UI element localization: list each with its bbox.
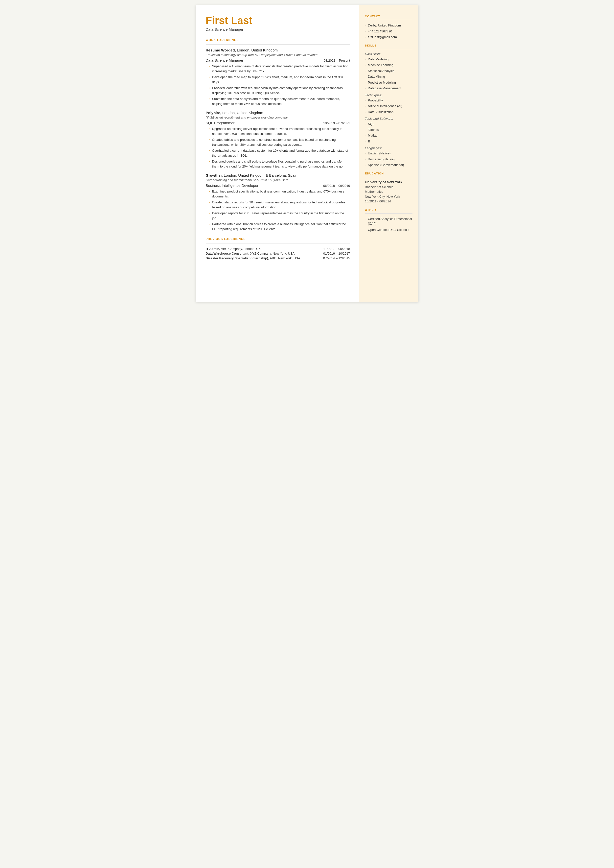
prev-exp-left: Disaster Recovery Specialist (Internship… <box>206 256 300 260</box>
hard-skills-list: Data ModelingMachine LearningStatistical… <box>365 57 412 91</box>
bullet-item: Supervised a 15-man team of data scienti… <box>209 64 350 73</box>
bullet-item: Provided leadership with real-time visib… <box>209 85 350 95</box>
job-row: Data Science Manager08/2021 – Present <box>206 58 350 62</box>
work-experience-list: Resume Worded, London, United KingdomEdu… <box>206 48 350 231</box>
skills-section-title: SKILLS <box>365 44 412 47</box>
education-list: University of New York Bachelor of Scien… <box>365 180 412 204</box>
hard-skill-item: Statistical Analysis <box>365 68 412 73</box>
technique-item: Probability <box>365 98 412 103</box>
contact-list: Derby, United Kingdom+44 1234567890first… <box>365 23 412 40</box>
job-title: Data Science Manager <box>206 58 243 62</box>
work-experience-section-title: WORK EXPERIENCE <box>206 38 350 42</box>
prev-divider <box>206 243 350 244</box>
hard-skill-item: Predictive Modeling <box>365 80 412 85</box>
resume-container: First Last Data Science Manager WORK EXP… <box>196 5 419 302</box>
edu-location: New York City, New York <box>365 194 412 199</box>
prev-role-bold: Data Warehouse Consultant, <box>206 252 249 255</box>
previous-exp-row: Disaster Recovery Specialist (Internship… <box>206 256 350 260</box>
prev-role-bold: Disaster Recovery Specialist (Internship… <box>206 256 269 260</box>
bullet-item: Overhauled a current database system for… <box>209 148 350 158</box>
prev-exp-dates: 01/2016 – 10/2017 <box>323 252 350 255</box>
company-desc: Career training and membership SaaS with… <box>206 178 350 182</box>
work-block: Resume Worded, London, United KingdomEdu… <box>206 48 350 106</box>
prev-role-bold: IT Admin, <box>206 247 220 251</box>
edu-degree: Bachelor of Science <box>365 185 412 189</box>
bullet-item: Partnered with global branch offices to … <box>209 222 350 231</box>
job-bullets: Examined product specifications, busines… <box>206 189 350 231</box>
technique-item: Data Visualization <box>365 110 412 115</box>
languages-label: Languages: <box>365 146 412 150</box>
bullet-item: Submitted the data analysis and reports … <box>209 96 350 106</box>
contact-item: first.last@gmail.com <box>365 35 412 40</box>
company-desc: Education technology startup with 50+ em… <box>206 53 350 57</box>
candidate-name: First Last <box>206 15 350 26</box>
work-block: Polyhire, London, United KingdomNYSE-lis… <box>206 110 350 169</box>
job-bullets: Supervised a 15-man team of data scienti… <box>206 64 350 106</box>
job-dates: 08/2021 – Present <box>324 59 350 62</box>
hard-skill-item: Machine Learning <box>365 63 412 68</box>
company-name: Growthsi, <box>206 173 223 177</box>
prev-role-rest: ABC Company, London, UK <box>220 247 260 251</box>
company-location: London, United Kingdom <box>236 48 278 52</box>
company-name: Polyhire, <box>206 110 221 115</box>
sidebar: CONTACT Derby, United Kingdom+44 1234567… <box>359 5 419 302</box>
company-header: Growthsi, London, United Kingdom & Barce… <box>206 173 350 178</box>
job-dates: 06/2018 – 09/2019 <box>323 184 350 188</box>
previous-experience-list: IT Admin, ABC Company, London, UK11/2017… <box>206 247 350 260</box>
company-header: Resume Worded, London, United Kingdom <box>206 48 350 53</box>
job-title: Business Intelligence Developer <box>206 183 258 188</box>
prev-exp-left: Data Warehouse Consultant, XYZ Company, … <box>206 252 295 255</box>
job-row: SQL Programmer10/2019 – 07/2021 <box>206 121 350 125</box>
previous-experience-section-title: PREVIOUS EXPERIENCE <box>206 237 350 241</box>
bullet-item: Created tables and processes to construc… <box>209 137 350 147</box>
bullet-item: Designed queries and shell scripts to pr… <box>209 159 350 169</box>
education-entry: University of New York Bachelor of Scien… <box>365 180 412 204</box>
hard-skills-label: Hard Skills: <box>365 52 412 56</box>
techniques-list: ProbabilityArtificial Intelligence (AI)D… <box>365 98 412 115</box>
edu-school: University of New York <box>365 180 412 184</box>
previous-exp-row: IT Admin, ABC Company, London, UK11/2017… <box>206 247 350 251</box>
edu-field: Mathematics <box>365 189 412 194</box>
tools-label: Tools and Software: <box>365 117 412 121</box>
tool-item: SQL <box>365 121 412 126</box>
prev-role-rest: ABC, New York, USA <box>269 256 300 260</box>
main-column: First Last Data Science Manager WORK EXP… <box>196 5 359 302</box>
work-block: Growthsi, London, United Kingdom & Barce… <box>206 173 350 231</box>
techniques-label: Techniques: <box>365 93 412 97</box>
bullet-item: Created status reports for 30+ senior ma… <box>209 200 350 210</box>
company-header: Polyhire, London, United Kingdom <box>206 110 350 115</box>
previous-exp-row: Data Warehouse Consultant, XYZ Company, … <box>206 252 350 255</box>
bullet-item: Examined product specifications, busines… <box>209 189 350 199</box>
other-item: Certified Analytics Professional (CAP) <box>365 216 412 226</box>
tool-item: Tableau <box>365 127 412 132</box>
contact-item: Derby, United Kingdom <box>365 23 412 28</box>
technique-item: Artificial Intelligence (AI) <box>365 104 412 109</box>
bullet-item: Upgraded an existing server application … <box>209 126 350 136</box>
prev-exp-left: IT Admin, ABC Company, London, UK <box>206 247 261 251</box>
hard-skill-item: Database Management <box>365 86 412 91</box>
tool-item: Matlab <box>365 133 412 138</box>
prev-exp-dates: 11/2017 – 05/2018 <box>323 247 350 251</box>
language-item: English (Native) <box>365 151 412 156</box>
edu-dates: 10/2011 - 06/2014 <box>365 199 412 204</box>
candidate-title: Data Science Manager <box>206 27 350 31</box>
work-divider <box>206 44 350 45</box>
hard-skill-item: Data Mining <box>365 74 412 79</box>
contact-section-title: CONTACT <box>365 15 412 18</box>
bullet-item: Developed the road map to support RW's s… <box>209 75 350 84</box>
company-location: London, United Kingdom <box>221 110 263 115</box>
job-bullets: Upgraded an existing server application … <box>206 126 350 169</box>
language-item: Spanish (Conversational) <box>365 163 412 168</box>
hard-skill-item: Data Modeling <box>365 57 412 62</box>
job-row: Business Intelligence Developer06/2018 –… <box>206 183 350 188</box>
prev-exp-dates: 07/2014 – 12/2015 <box>323 256 350 260</box>
languages-list: English (Native)Romanian (Native)Spanish… <box>365 151 412 168</box>
other-divider <box>365 213 412 214</box>
company-desc: NYSE-listed recruitment and employer bra… <box>206 116 350 119</box>
bullet-item: Developed reports for 250+ sales represe… <box>209 211 350 220</box>
prev-role-rest: XYZ Company, New York, USA <box>249 252 295 255</box>
tools-list: SQLTableauMatlabR <box>365 121 412 144</box>
contact-divider <box>365 20 412 20</box>
other-section-title: OTHER <box>365 208 412 211</box>
job-title: SQL Programmer <box>206 121 235 125</box>
